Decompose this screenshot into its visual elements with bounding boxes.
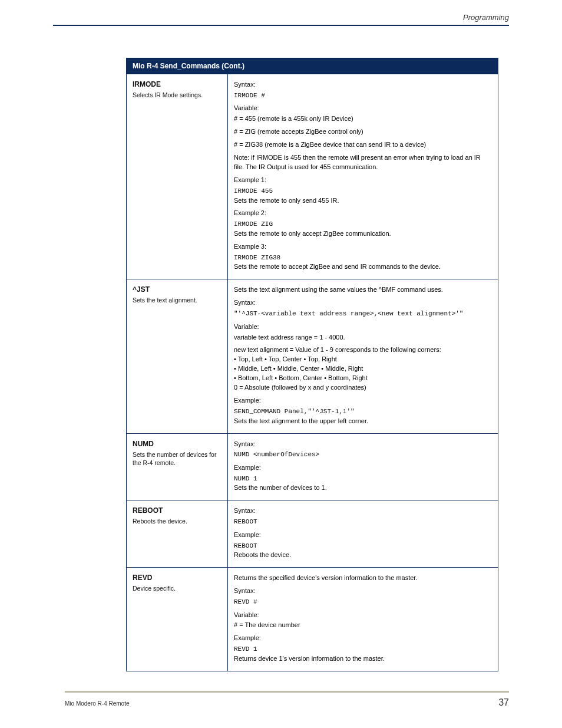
example-code: IRMODE ZIG38 (234, 253, 492, 263)
variable-line: # = 455 (remote is a 455k only IR Device… (234, 114, 492, 124)
command-cell: REVD Device specific. (127, 568, 228, 671)
top-rule (53, 25, 509, 26)
example-code: IRMODE 455 (234, 186, 492, 196)
example-text: Sets the remote to only send 455 IR. (234, 196, 492, 206)
variable-line: 0 = Absolute (followed by x and y coordi… (234, 383, 492, 393)
table-row: IRMODE Selects IR Mode settings. Syntax:… (127, 74, 498, 279)
syntax-code: NUMD <numberOfDevices> (234, 450, 492, 460)
intro-text: Returns the specified device's version i… (234, 574, 492, 583)
intro-text: Sets the text alignment using the same v… (234, 285, 492, 295)
syntax-label: Syntax: (234, 440, 492, 449)
example-label: Example 1: (234, 176, 492, 185)
description-cell: Syntax: IRMODE # Variable: # = 455 (remo… (228, 74, 498, 279)
command-desc: Sets the number of devices for the R-4 r… (133, 451, 216, 466)
command-cell: NUMD Sets the number of devices for the … (127, 434, 228, 500)
header-section-title: Programming (463, 13, 509, 22)
syntax-code: REBOOT (234, 517, 492, 527)
example-label: Example: (234, 463, 492, 473)
description-cell: Sets the text alignment using the same v… (228, 279, 498, 433)
syntax-label: Syntax: (234, 506, 492, 516)
description-cell: Syntax: REBOOT Example: REBOOT Reboots t… (228, 500, 498, 567)
variable-line: • Middle, Left • Middle, Center • Middle… (234, 364, 492, 374)
page-number: 37 (498, 697, 509, 708)
commands-table: Mio R-4 Send_Commands (Cont.) IRMODE Sel… (126, 58, 498, 671)
example-text: Sets the remote to accept ZigBee and sen… (234, 262, 492, 272)
footer-rule (65, 691, 509, 693)
variable-line: • Bottom, Left • Bottom, Center • Bottom… (234, 374, 492, 383)
command-name: NUMD (133, 440, 223, 448)
command-desc: Sets the text alignment. (133, 297, 197, 304)
variable-line: # = ZIG38 (remote is a ZigBee device tha… (234, 140, 492, 150)
command-cell: ^JST Sets the text alignment. (127, 279, 228, 433)
example-label: Example 3: (234, 242, 492, 252)
command-name: REVD (133, 574, 223, 582)
variable-line: # = The device number (234, 621, 492, 630)
variable-label: Variable: (234, 611, 492, 620)
syntax-code: REVD # (234, 597, 492, 607)
example-text: Reboots the device. (234, 551, 492, 560)
description-cell: Syntax: NUMD <numberOfDevices> Example: … (228, 434, 498, 500)
syntax-code: IRMODE # (234, 91, 492, 101)
note-text: Note: if IRMODE is 455 then the remote w… (234, 153, 492, 172)
page: Programming Mio R-4 Send_Commands (Cont.… (0, 0, 562, 728)
example-text: Sets the remote to only accept ZigBee co… (234, 229, 492, 239)
syntax-label: Syntax: (234, 298, 492, 308)
example-text: Sets the number of devices to 1. (234, 483, 492, 493)
command-desc: Device specific. (133, 585, 176, 592)
table-row: REVD Device specific. Returns the specif… (127, 567, 498, 671)
footer-doc-title: Mio Modero R-4 Remote (65, 700, 129, 707)
description-cell: Returns the specified device's version i… (228, 568, 498, 671)
variable-label: Variable: (234, 104, 492, 113)
example-text: Sets the text alignment to the upper lef… (234, 417, 492, 426)
example-code: IRMODE ZIG (234, 219, 492, 229)
example-code: SEND_COMMAND Panel,"'^JST-1,1'" (234, 407, 492, 417)
command-desc: Selects IR Mode settings. (133, 91, 203, 98)
variable-label: Variable: (234, 322, 492, 332)
command-name: ^JST (133, 285, 223, 294)
example-code: REBOOT (234, 541, 492, 551)
example-text: Returns device 1's version information t… (234, 654, 492, 664)
command-cell: IRMODE Selects IR Mode settings. (127, 74, 228, 279)
table-row: NUMD Sets the number of devices for the … (127, 433, 498, 500)
syntax-label: Syntax: (234, 587, 492, 596)
command-desc: Reboots the device. (133, 518, 187, 525)
table-row: ^JST Sets the text alignment. Sets the t… (127, 279, 498, 433)
table-header: Mio R-4 Send_Commands (Cont.) (127, 58, 498, 74)
syntax-label: Syntax: (234, 80, 492, 90)
variable-line: new text alignment = Value of 1 - 9 corr… (234, 345, 492, 355)
example-label: Example: (234, 531, 492, 540)
command-name: REBOOT (133, 506, 223, 515)
example-label: Example: (234, 634, 492, 643)
variable-line: • Top, Left • Top, Center • Top, Right (234, 355, 492, 364)
example-code: NUMD 1 (234, 474, 492, 484)
example-label: Example: (234, 396, 492, 406)
variable-line: variable text address range = 1 - 4000. (234, 333, 492, 342)
command-cell: REBOOT Reboots the device. (127, 500, 228, 567)
syntax-code: "'^JST-<variable text address range>,<ne… (234, 309, 492, 319)
example-label: Example 2: (234, 209, 492, 218)
example-code: REVD 1 (234, 644, 492, 654)
command-name: IRMODE (133, 80, 223, 88)
variable-line: # = ZIG (remote accepts ZigBee control o… (234, 127, 492, 137)
table-row: REBOOT Reboots the device. Syntax: REBOO… (127, 500, 498, 567)
